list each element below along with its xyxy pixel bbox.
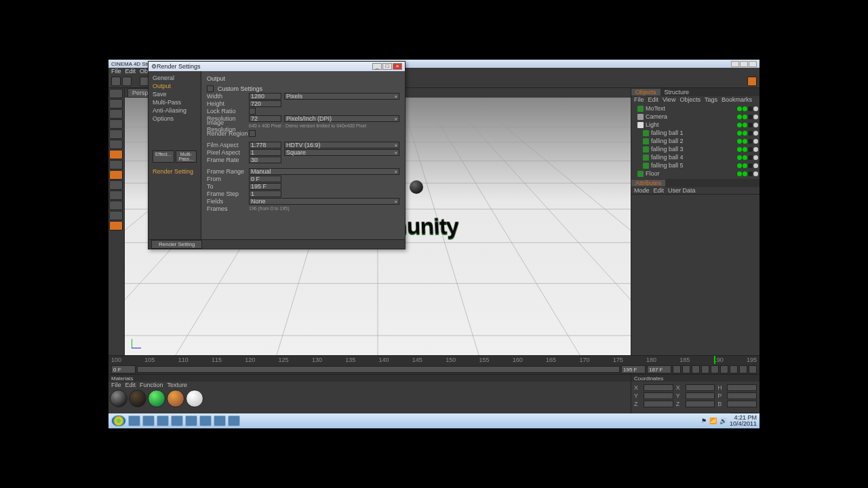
shelf-redo[interactable] (122, 77, 132, 86)
object-row[interactable]: Light (633, 121, 758, 129)
pos-z-field[interactable] (644, 401, 673, 407)
filmaspect-field[interactable]: 1.778 (249, 142, 281, 148)
pixelaspect-field[interactable]: 1 (249, 149, 281, 156)
nav-save[interactable]: Save (151, 90, 198, 98)
mat-menu-function[interactable]: Function (140, 382, 163, 388)
taskbar-app-winrar[interactable] (199, 415, 212, 426)
taskbar-app-explorer[interactable] (142, 415, 155, 426)
rot-h-field[interactable] (727, 384, 757, 391)
dialog-close[interactable]: × (393, 63, 402, 70)
resolution-unit-drop[interactable]: Pixels/Inch (DPI) (284, 115, 399, 122)
framerange-drop[interactable]: Manual (249, 168, 399, 175)
mat-menu-edit[interactable]: Edit (125, 382, 136, 388)
nav-output[interactable]: Output (151, 82, 198, 90)
playhead-icon[interactable] (714, 356, 715, 364)
tool-misc4[interactable] (109, 221, 123, 230)
tool-point[interactable] (109, 119, 123, 129)
material-slot[interactable] (148, 390, 165, 407)
preset-radio[interactable] (207, 85, 214, 92)
prev-frame-button[interactable] (692, 365, 700, 373)
width-unit-drop[interactable]: Pixels (284, 93, 399, 100)
object-row[interactable]: Camera (633, 113, 758, 121)
nav-options[interactable]: Options (151, 115, 198, 123)
taskbar-app-firefox[interactable] (214, 415, 226, 426)
mat-menu-texture[interactable]: Texture (167, 382, 188, 388)
object-row[interactable]: falling ball 5 (633, 161, 758, 169)
material-slot[interactable] (186, 390, 203, 407)
object-row[interactable]: MoText (633, 104, 758, 113)
to-field[interactable]: 195 F (249, 183, 281, 190)
tool-tweak[interactable] (109, 180, 123, 190)
prev-key-button[interactable] (682, 365, 690, 373)
start-button[interactable] (111, 415, 126, 427)
object-row[interactable]: falling ball 4 (633, 153, 758, 161)
nav-multipass[interactable]: Multi-Pass (151, 98, 198, 106)
attr-menu-mode[interactable]: Mode (634, 187, 650, 194)
framestep-field[interactable]: 1 (249, 190, 281, 197)
render-setting-button[interactable]: Render Setting (151, 240, 202, 249)
tool-snap[interactable] (109, 170, 123, 180)
tray-flag-icon[interactable]: ⚑ (701, 418, 707, 424)
taskbar-app-ie[interactable] (128, 415, 140, 426)
tab-objects[interactable]: Objects (631, 89, 660, 96)
resolution-field[interactable]: 72 (249, 115, 281, 122)
shelf-undo[interactable] (111, 77, 121, 86)
tray-network-icon[interactable]: 📶 (709, 418, 717, 424)
tool-texture[interactable] (109, 150, 123, 159)
size-z-field[interactable] (686, 401, 715, 407)
next-key-button[interactable] (720, 365, 728, 373)
tool-workplane[interactable] (109, 160, 123, 169)
attr-menu-edit[interactable]: Edit (654, 187, 665, 194)
pixelaspect-drop[interactable]: Square (284, 149, 399, 156)
goto-end-button[interactable] (730, 365, 738, 373)
tool-edge[interactable] (109, 129, 123, 139)
obj-menu-bookmarks[interactable]: Bookmarks (722, 96, 752, 103)
framerate-field[interactable]: 30 (249, 157, 281, 163)
shelf-render[interactable] (747, 77, 757, 86)
tab-attributes[interactable]: Attributes (631, 180, 665, 186)
menu-edit[interactable]: Edit (125, 68, 136, 75)
frame-start-field[interactable]: 0 F (111, 365, 136, 373)
frame-current-field[interactable]: 187 F (647, 365, 671, 373)
dialog-maximize[interactable]: □ (382, 63, 392, 70)
next-frame-button[interactable] (711, 365, 719, 373)
fields-drop[interactable]: None (249, 198, 399, 205)
close-button[interactable] (749, 61, 757, 67)
size-y-field[interactable] (686, 392, 715, 399)
taskbar-clock[interactable]: 4:21 PM 10/4/2011 (730, 415, 757, 427)
width-field[interactable]: 1280 (249, 93, 281, 100)
object-row[interactable]: falling ball 3 (633, 145, 758, 153)
nav-preset[interactable]: Render Setting (151, 167, 198, 176)
material-slot[interactable] (110, 390, 127, 407)
maximize-button[interactable] (740, 61, 748, 67)
taskbar-app-app2[interactable] (228, 415, 240, 426)
obj-menu-view[interactable]: View (663, 96, 675, 103)
obj-menu-tags[interactable]: Tags (705, 96, 717, 103)
record-button[interactable] (739, 365, 747, 373)
object-row[interactable]: falling ball 2 (633, 137, 758, 145)
filmaspect-drop[interactable]: HDTV (16:9) (284, 142, 399, 148)
tray-volume-icon[interactable]: 🔊 (719, 418, 727, 424)
taskbar-app-word[interactable] (171, 415, 183, 426)
obj-menu-edit[interactable]: Edit (648, 96, 659, 103)
tool-poly[interactable] (109, 140, 123, 149)
lockratio-check[interactable] (249, 108, 256, 115)
obj-menu-objects[interactable]: Objects (679, 96, 701, 103)
minimize-button[interactable] (731, 61, 739, 67)
timeline-ruler[interactable]: 1001051101151201251301351401451501551601… (108, 356, 760, 364)
tool-misc1[interactable] (109, 190, 123, 200)
object-row[interactable]: Floor (633, 169, 758, 178)
material-slot[interactable] (129, 390, 146, 407)
size-x-field[interactable] (686, 384, 715, 391)
nav-general[interactable]: General (151, 74, 198, 82)
taskbar-app-app1[interactable] (185, 415, 197, 426)
tool-live[interactable] (109, 89, 123, 98)
attr-menu-userdata[interactable]: User Data (668, 187, 696, 194)
tool-model[interactable] (109, 99, 123, 108)
menu-file[interactable]: File (111, 68, 121, 75)
object-row[interactable]: falling ball 1 (633, 129, 758, 137)
tool-misc3[interactable] (109, 211, 123, 220)
rot-b-field[interactable] (727, 401, 757, 407)
effect-button[interactable]: Effect... (153, 150, 174, 163)
multipass-button[interactable]: Multi-Pass... (176, 150, 197, 163)
